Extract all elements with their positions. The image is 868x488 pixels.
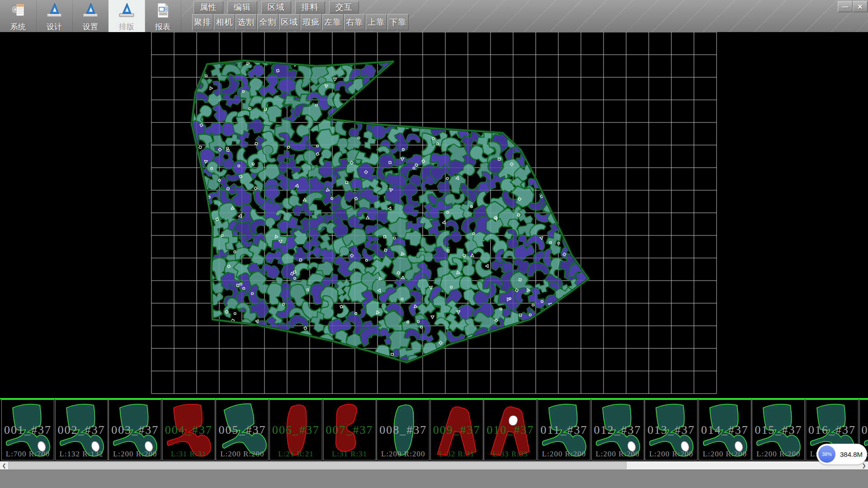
tool-button-0[interactable]: 聚排 [192, 14, 213, 30]
thumbnail-cell[interactable]: 004_#37L:31 R:31 [162, 399, 215, 460]
memory-percent-value: 38% [822, 451, 832, 457]
horizontal-scrollbar[interactable]: ❮ ❯ [0, 461, 868, 469]
close-icon: ✕ [858, 3, 863, 10]
thumbnail-id: 012_#37 [592, 423, 644, 437]
thumbnail-cell[interactable]: 002_#37L:132 R:132 [55, 399, 108, 460]
memory-size-value: 384.8M [835, 450, 867, 458]
menu-item-3[interactable]: 排料 [295, 1, 325, 14]
thumbnail-cell[interactable]: 001_#37L:700 R:700 [1, 399, 54, 460]
thumbnail-id: 001_#37 [2, 423, 54, 437]
piece-thumbnail-strip: 001_#37L:700 R:700002_#37L:132 R:132003_… [0, 399, 868, 461]
menu-item-4[interactable]: 交互 [329, 1, 359, 14]
main-toolbar: 系统 设计 设置 [0, 0, 868, 33]
thumbnail-lr-count: L:200 R:200 [538, 450, 590, 459]
thumbnail-lr-count: L:200 R:200 [377, 450, 429, 459]
tool-button-8[interactable]: 上靠 [366, 14, 387, 30]
thumbnail-cell[interactable]: 011_#37L:200 R:200 [538, 399, 590, 460]
scroll-left-arrow[interactable]: ❮ [0, 461, 8, 469]
thumbnail-id: 013_#37 [645, 423, 697, 437]
tab-report-label: 报表 [155, 22, 170, 32]
tab-design-label: 设计 [47, 22, 62, 32]
report-document-icon [154, 0, 172, 21]
thumbnail-id: 008_#37 [377, 423, 429, 437]
thumbnail-cell[interactable]: 014_#37L:200 R:200 [698, 399, 751, 460]
triangle-ruler-icon [45, 0, 63, 21]
nesting-canvas[interactable] [0, 32, 868, 398]
thumbnail-cell[interactable]: 005_#37L:200 R:200 [216, 399, 269, 460]
thumbnail-id: 014_#37 [699, 423, 751, 437]
chevron-left-icon: ❮ [2, 463, 6, 469]
thumbnail-id: 015_#37 [752, 423, 804, 437]
thumbnail-id: 011_#37 [538, 423, 590, 437]
menu-item-0[interactable]: 属性 [193, 1, 223, 14]
tab-layout-label: 排版 [119, 22, 134, 32]
thumbnail-cell[interactable]: 006_#37L:21 R:21 [269, 399, 322, 460]
thumbnail-cell[interactable]: 012_#37L:200 R:200 [591, 399, 644, 460]
minimize-button[interactable]: — [838, 1, 853, 12]
thumbnail-lr-count: L:31 R:31 [324, 450, 376, 459]
tool-button-7[interactable]: 右靠 [344, 14, 365, 30]
thumbnail-lr-count: L:32 R:31 [431, 450, 483, 459]
menu-item-1[interactable]: 编辑 [227, 1, 257, 14]
menu-item-2[interactable]: 区域 [261, 1, 291, 14]
tab-design[interactable]: 设计 [36, 0, 73, 32]
tab-settings-label: 设置 [83, 22, 98, 32]
thumbnail-id: 003_#37 [109, 423, 161, 437]
thumbnail-lr-count: L:200 R:200 [216, 450, 268, 459]
thumbnail-cell[interactable]: 015_#37L:200 R:200 [752, 399, 805, 460]
thumbnail-lr-count: L:200 R:200 [592, 450, 644, 459]
tool-button-3[interactable]: 全割 [257, 14, 278, 30]
triangle-ruler-icon [118, 0, 136, 21]
tab-system-label: 系统 [10, 22, 26, 32]
tool-button-5[interactable]: 瑕疵 [301, 14, 322, 30]
status-bar [0, 469, 868, 488]
system-gear-icon [9, 0, 27, 21]
thumbnail-id: 007_#37 [324, 423, 376, 437]
thumbnail-cell[interactable]: 007_#37L:31 R:31 [323, 399, 376, 460]
thumbnail-id: 010_#37 [484, 423, 536, 437]
thumbnail-cell[interactable]: 003_#37L:200 R:200 [108, 399, 161, 460]
thumbnail-lr-count: L:21 R:21 [270, 450, 322, 459]
thumbnail-lr-count: L:200 R:200 [109, 450, 161, 459]
thumbnail-cell[interactable]: 008_#37L:200 R:200 [377, 399, 429, 460]
tab-layout[interactable]: 排版 [108, 0, 145, 32]
thumbnail-lr-count: L:200 R:200 [752, 450, 804, 459]
tool-button-2[interactable]: 选割 [236, 14, 257, 30]
thumbnail-cell[interactable]: 010_#37L:33 R:33 [484, 399, 537, 460]
thumbnail-cell[interactable]: 013_#37L:200 R:200 [645, 399, 698, 460]
thumbnail-lr-count: L:31 R:31 [163, 450, 215, 459]
tool-button-4[interactable]: 区域 [279, 14, 300, 30]
thumbnail-id: 005_#37 [216, 423, 268, 437]
application-window: 系统 设计 设置 [0, 0, 868, 488]
thumbnail-lr-count: L:200 R:200 [645, 450, 697, 459]
memory-percent-circle: 38% [818, 446, 835, 463]
thumbnail-id: 0 [860, 423, 868, 437]
thumbnail-id: 009_#37 [431, 423, 483, 437]
thumbnail-id: 016_#37 [806, 423, 858, 437]
triangle-ruler-icon [81, 0, 99, 21]
tool-button-9[interactable]: 下靠 [387, 14, 409, 30]
tool-button-1[interactable]: 相机 [214, 14, 235, 30]
scrollbar-thumb[interactable] [8, 462, 627, 469]
chevron-right-icon: ❯ [862, 463, 866, 469]
thumbnail-lr-count: L:200 R:200 [699, 450, 751, 459]
thumbnail-id: 006_#37 [270, 423, 322, 437]
thumbnail-id: 002_#37 [56, 423, 108, 437]
minimize-icon: — [842, 3, 849, 10]
close-button[interactable]: ✕ [853, 1, 868, 12]
thumbnail-id: 004_#37 [163, 423, 215, 437]
tab-report[interactable]: 报表 [145, 0, 181, 32]
tool-button-6[interactable]: 左靠 [322, 14, 344, 30]
thumbnail-lr-count: L:132 R:132 [56, 450, 108, 459]
tab-settings[interactable]: 设置 [72, 0, 109, 32]
thumbnail-cell[interactable]: 009_#37L:32 R:31 [430, 399, 483, 460]
thumbnail-lr-count: L:700 R:700 [2, 450, 54, 459]
tab-system[interactable]: 系统 [0, 0, 37, 32]
thumbnail-lr-count: L:33 R:33 [484, 450, 536, 459]
memory-usage-badge[interactable]: 38% 384.8M [816, 444, 867, 465]
